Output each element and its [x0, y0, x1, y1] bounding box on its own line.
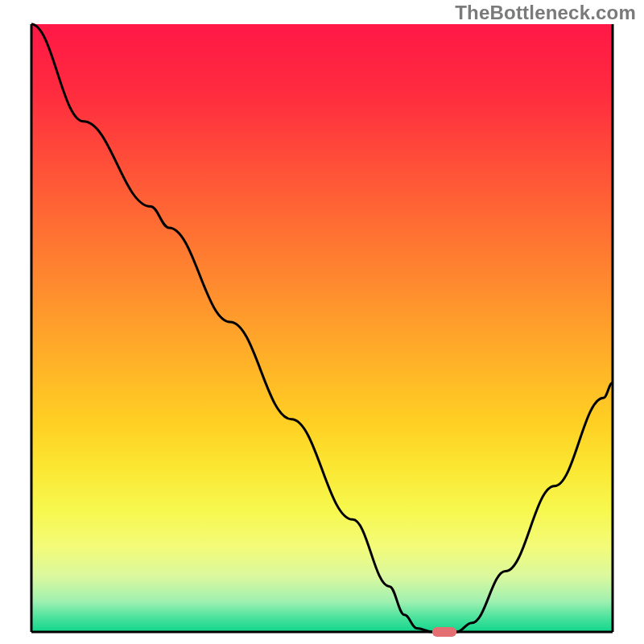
- bottleneck-chart: [0, 0, 644, 644]
- watermark-text: TheBottleneck.com: [455, 2, 636, 24]
- optimal-marker: [432, 627, 456, 637]
